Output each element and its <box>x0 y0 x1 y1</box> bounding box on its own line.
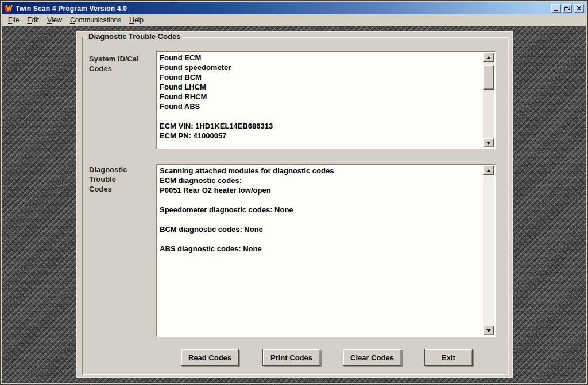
scrollbar-thumb[interactable] <box>483 65 494 90</box>
clear-codes-button[interactable]: Clear Codes <box>343 349 401 366</box>
app-icon <box>4 4 13 13</box>
minimize-button[interactable] <box>551 4 561 13</box>
scroll-down-icon <box>486 142 491 145</box>
menu-bar: File Edit View Communications Help <box>2 14 586 26</box>
menu-edit[interactable]: Edit <box>23 15 43 25</box>
scroll-down-button[interactable] <box>483 326 494 335</box>
menu-communications[interactable]: Communications <box>66 15 125 25</box>
maximize-button[interactable] <box>562 4 572 13</box>
system-id-scrollbar[interactable] <box>483 53 494 147</box>
title-bar[interactable]: Twin Scan 4 Program Version 4.0 <box>2 2 586 14</box>
dtc-scrollbar[interactable] <box>483 166 494 335</box>
application-window: Twin Scan 4 Program Version 4.0 File Edi… <box>0 0 588 385</box>
menu-help[interactable]: Help <box>125 15 148 25</box>
scroll-down-icon <box>486 329 491 332</box>
window-title: Twin Scan 4 Program Version 4.0 <box>16 5 127 13</box>
dtc-text: Scanning attached modules for diagnostic… <box>158 166 483 335</box>
scroll-up-button[interactable] <box>483 166 494 175</box>
form-panel: Diagnostic Trouble Codes System ID/Cal C… <box>76 31 513 378</box>
scroll-up-button[interactable] <box>483 53 494 62</box>
read-codes-button[interactable]: Read Codes <box>181 349 239 366</box>
dtc-label: Diagnostic Trouble Codes <box>89 165 127 194</box>
menu-file[interactable]: File <box>4 15 23 25</box>
window-controls <box>551 4 584 13</box>
print-codes-button[interactable]: Print Codes <box>262 349 320 366</box>
restore-icon <box>564 6 570 11</box>
scroll-down-button[interactable] <box>483 138 494 147</box>
close-icon <box>577 6 582 11</box>
groupbox-title: Diagnostic Trouble Codes <box>86 32 183 41</box>
scroll-up-icon <box>486 56 491 59</box>
dtc-textbox[interactable]: Scanning attached modules for diagnostic… <box>156 164 496 337</box>
system-id-text: Found ECM Found speedometer Found BCM Fo… <box>158 53 483 147</box>
minimize-icon <box>554 6 559 11</box>
scroll-up-icon <box>486 169 491 172</box>
system-id-label: System ID/Cal Codes <box>89 54 139 73</box>
system-id-textbox[interactable]: Found ECM Found speedometer Found BCM Fo… <box>156 51 496 149</box>
menu-view[interactable]: View <box>43 15 66 25</box>
exit-button[interactable]: Exit <box>424 349 473 366</box>
client-area: Diagnostic Trouble Codes System ID/Cal C… <box>2 26 586 383</box>
close-button[interactable] <box>574 4 584 13</box>
